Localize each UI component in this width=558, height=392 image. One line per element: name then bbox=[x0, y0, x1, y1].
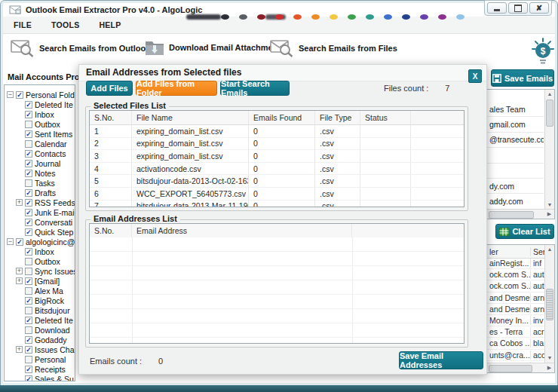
background-table-row[interactable]: Money In... inv bbox=[487, 315, 544, 326]
save-emails-button[interactable]: Save Emails bbox=[491, 69, 554, 87]
background-table-row[interactable]: and Desmet arn bbox=[487, 304, 544, 315]
tree-item[interactable]: Contacts bbox=[5, 149, 75, 158]
tree-item[interactable]: Drafts bbox=[5, 188, 75, 198]
horizontal-scrollbar[interactable]: ▶ bbox=[487, 363, 554, 372]
tree-checkbox[interactable] bbox=[16, 91, 23, 99]
column-header[interactable]: S.No. bbox=[90, 224, 132, 237]
tree-checkbox[interactable] bbox=[25, 199, 32, 207]
background-email-row[interactable]: @transecute.com bbox=[487, 133, 544, 148]
tree-item[interactable]: Sync Issues bbox=[5, 266, 75, 276]
tree-checkbox[interactable] bbox=[25, 277, 32, 285]
tree-item[interactable]: Inbox bbox=[5, 247, 75, 256]
clear-list-button[interactable]: Clear List bbox=[495, 224, 554, 239]
tree-checkbox[interactable] bbox=[25, 179, 32, 187]
scroll-right-icon[interactable]: ▶ bbox=[545, 210, 553, 219]
maximize-button[interactable] bbox=[508, 2, 528, 14]
add-files-from-folder-button[interactable]: Add Files from Folder bbox=[136, 81, 217, 96]
tree-checkbox[interactable] bbox=[25, 219, 32, 226]
column-header[interactable]: Emails Found bbox=[249, 111, 315, 124]
tree-item[interactable]: Godaddy bbox=[5, 335, 75, 345]
tree-checkbox[interactable] bbox=[25, 150, 32, 158]
background-table-row[interactable]: ock.com S... aut bbox=[487, 280, 544, 292]
background-table-row[interactable]: es - Terra acr bbox=[487, 326, 544, 338]
column-header[interactable]: File Type bbox=[315, 111, 360, 124]
tree-checkbox[interactable] bbox=[25, 317, 32, 324]
vertical-scrollbar[interactable]: ▲ ▼ bbox=[544, 90, 554, 210]
tree-checkbox[interactable] bbox=[25, 121, 32, 128]
tree-item[interactable]: Notes bbox=[5, 168, 75, 178]
tree-checkbox[interactable] bbox=[25, 209, 32, 216]
file-row[interactable]: 3 expiring_domain_list.csv 0 .csv bbox=[90, 150, 464, 163]
minimize-button[interactable] bbox=[487, 2, 507, 14]
scroll-down-icon[interactable]: ▼ bbox=[545, 354, 554, 363]
scroll-thumb[interactable] bbox=[546, 289, 553, 320]
background-table-row[interactable]: ainRegist... inf bbox=[487, 258, 544, 269]
tree-checkbox[interactable] bbox=[25, 356, 32, 363]
tree-item[interactable]: Alex Ma bbox=[5, 286, 75, 296]
save-email-addresses-button[interactable]: Save Email Addresses bbox=[399, 351, 483, 369]
menu-item[interactable]: FILE bbox=[14, 20, 32, 29]
toolbar-download-attachments[interactable]: Download Email Attachments bbox=[145, 38, 285, 57]
background-table-row[interactable]: ock.com S... aut bbox=[487, 269, 544, 280]
tree-checkbox[interactable] bbox=[25, 160, 32, 167]
tree-checkbox[interactable] bbox=[25, 140, 32, 148]
tree-item[interactable]: Bitsdujour bbox=[5, 305, 75, 315]
column-header[interactable]: S.No. bbox=[90, 111, 132, 124]
tree-checkbox[interactable] bbox=[25, 336, 32, 344]
tree-item[interactable]: Quick Step bbox=[5, 227, 75, 237]
scroll-up-icon[interactable]: ▲ bbox=[545, 245, 554, 254]
tree-expand-icon[interactable] bbox=[16, 277, 23, 284]
dialog-close-button[interactable]: X bbox=[468, 69, 482, 83]
tree-item[interactable]: algologicinc@ bbox=[5, 237, 75, 247]
background-email-row[interactable]: dy.com bbox=[487, 179, 544, 194]
tree-checkbox[interactable] bbox=[25, 326, 32, 334]
tree-item[interactable]: Sent Items bbox=[5, 129, 75, 139]
tree-item[interactable]: Personal Fold bbox=[5, 90, 75, 100]
tree-item[interactable]: Journal bbox=[5, 158, 75, 168]
vertical-scrollbar[interactable]: ▲ ▼ bbox=[544, 245, 554, 363]
tree-checkbox[interactable] bbox=[25, 130, 32, 138]
tree-item[interactable]: Personal bbox=[5, 354, 75, 364]
background-email-row[interactable] bbox=[487, 164, 544, 179]
add-files-button[interactable]: Add Files bbox=[86, 81, 133, 96]
tree-checkbox[interactable] bbox=[25, 297, 32, 305]
tree-item[interactable]: Issues Cha bbox=[5, 345, 75, 354]
tree-checkbox[interactable] bbox=[25, 375, 32, 382]
tree-checkbox[interactable] bbox=[25, 189, 32, 197]
background-table-row[interactable]: ca Cobos ... bla bbox=[487, 338, 544, 349]
background-table-row[interactable]: unts@cra... acc bbox=[487, 350, 544, 361]
column-header[interactable]: File Name bbox=[132, 111, 249, 124]
file-row[interactable]: 5 bitsdujour-data-2013-Oct-02-1631... 0 … bbox=[90, 175, 464, 188]
file-row[interactable]: 2 expiring_domain_list.csv 0 .csv bbox=[90, 138, 464, 151]
tree-expand-icon[interactable] bbox=[16, 268, 23, 274]
tree-expand-icon[interactable] bbox=[7, 238, 14, 245]
toolbar-search-files[interactable]: Search Emails from Files bbox=[270, 38, 397, 58]
tree-checkbox[interactable] bbox=[16, 238, 23, 246]
tree-checkbox[interactable] bbox=[25, 307, 32, 314]
tree-checkbox[interactable] bbox=[25, 101, 32, 109]
menu-item[interactable]: TOOLS bbox=[51, 20, 79, 29]
file-row[interactable]: 7 bitsdujour-data-2013-Mar-11-190... 0 .… bbox=[90, 201, 464, 207]
column-header[interactable]: ler bbox=[487, 247, 531, 256]
scroll-thumb[interactable] bbox=[546, 100, 553, 127]
horizontal-scrollbar[interactable]: ▶ bbox=[487, 209, 554, 219]
tree-item[interactable]: Calendar bbox=[5, 139, 75, 149]
tree-item[interactable]: Tasks bbox=[5, 178, 75, 188]
tree-item[interactable]: Junk E-mai bbox=[5, 207, 75, 217]
tree-item[interactable]: [Gmail] bbox=[5, 276, 75, 286]
tree-item[interactable]: Sales & Su bbox=[5, 374, 75, 381]
scroll-up-icon[interactable]: ▲ bbox=[545, 90, 554, 99]
background-email-row[interactable]: ales Team bbox=[487, 102, 544, 117]
tree-checkbox[interactable] bbox=[25, 111, 32, 118]
column-header[interactable]: Email Address bbox=[132, 224, 352, 237]
tree-checkbox[interactable] bbox=[25, 346, 32, 354]
tree-item[interactable]: Download bbox=[5, 325, 75, 335]
tree-checkbox[interactable] bbox=[25, 248, 32, 256]
tree-expand-icon[interactable] bbox=[7, 91, 14, 98]
tree-item[interactable]: BigRock bbox=[5, 296, 75, 305]
tree-checkbox[interactable] bbox=[25, 228, 32, 236]
tree-expand-icon[interactable] bbox=[16, 199, 23, 206]
background-table-row[interactable]: and Desmet arn bbox=[487, 292, 544, 304]
tree-checkbox[interactable] bbox=[25, 258, 32, 265]
file-row[interactable]: 6 WCC_EXPORT_56405773.csv 0 .csv bbox=[90, 188, 464, 201]
